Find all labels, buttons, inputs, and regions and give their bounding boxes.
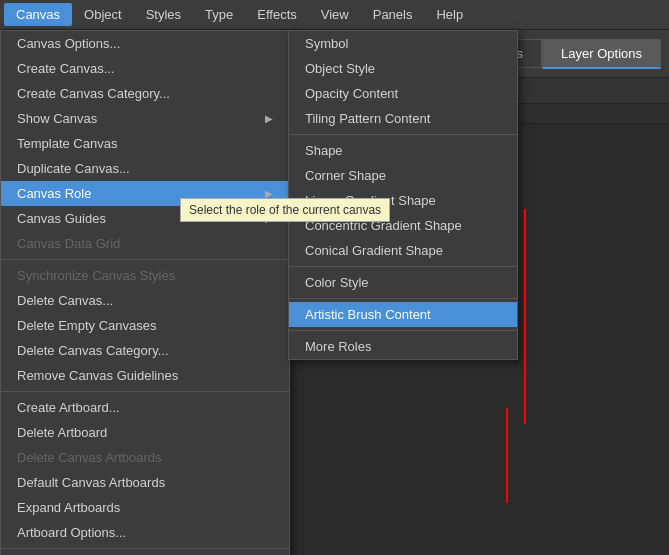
role-shape[interactable]: Shape (289, 138, 517, 163)
menu-item-create-canvas-category[interactable]: Create Canvas Category... (1, 81, 289, 106)
menu-item-delete-artboard[interactable]: Delete Artboard (1, 420, 289, 445)
separator-2 (1, 391, 289, 392)
menu-item-duplicate-canvas[interactable]: Duplicate Canvas... (1, 156, 289, 181)
menu-item-remove-canvas-guidelines[interactable]: Remove Canvas Guidelines (1, 363, 289, 388)
role-color-style[interactable]: Color Style (289, 270, 517, 295)
menu-item-expand-artboards[interactable]: Expand Artboards (1, 495, 289, 520)
menu-item-create-artboard[interactable]: Create Artboard... (1, 395, 289, 420)
menu-type[interactable]: Type (193, 3, 245, 26)
role-opacity-content[interactable]: Opacity Content (289, 81, 517, 106)
menu-item-default-canvas-artboards[interactable]: Default Canvas Artboards (1, 470, 289, 495)
menu-effects[interactable]: Effects (245, 3, 309, 26)
menu-item-show-canvas[interactable]: Show Canvas ▶ (1, 106, 289, 131)
menu-item-artboard-options[interactable]: Artboard Options... (1, 520, 289, 545)
menu-item-canvas-options[interactable]: Canvas Options... (1, 31, 289, 56)
menu-item-delete-empty-canvases[interactable]: Delete Empty Canvases (1, 313, 289, 338)
menu-object[interactable]: Object (72, 3, 134, 26)
role-symbol[interactable]: Symbol (289, 31, 517, 56)
menu-item-canvas-data-grid: Canvas Data Grid (1, 231, 289, 256)
show-canvas-arrow: ▶ (265, 113, 273, 124)
role-sep-2 (289, 266, 517, 267)
role-object-style[interactable]: Object Style (289, 56, 517, 81)
annotation-line-2 (506, 408, 508, 503)
menu-bar: Canvas Object Styles Type Effects View P… (0, 0, 669, 30)
menu-help[interactable]: Help (424, 3, 475, 26)
role-more-roles[interactable]: More Roles (289, 334, 517, 359)
separator-1 (1, 259, 289, 260)
role-tiling-pattern[interactable]: Tiling Pattern Content (289, 106, 517, 131)
menu-item-template-canvas[interactable]: Template Canvas (1, 131, 289, 156)
separator-3 (1, 548, 289, 549)
role-sep-4 (289, 330, 517, 331)
menu-item-delete-canvas-category[interactable]: Delete Canvas Category... (1, 338, 289, 363)
menu-view[interactable]: View (309, 3, 361, 26)
menu-item-delete-canvas-artboards: Delete Canvas Artboards (1, 445, 289, 470)
tab-layer-options[interactable]: Layer Options (542, 39, 661, 69)
menu-item-delete-canvas[interactable]: Delete Canvas... (1, 288, 289, 313)
menu-panels[interactable]: Panels (361, 3, 425, 26)
menu-canvas[interactable]: Canvas (4, 3, 72, 26)
role-corner-shape[interactable]: Corner Shape (289, 163, 517, 188)
role-artistic-brush[interactable]: Artistic Brush Content (289, 302, 517, 327)
role-sep-3 (289, 298, 517, 299)
menu-styles[interactable]: Styles (134, 3, 193, 26)
menu-item-sync-canvas: Synchronize Canvas Styles (1, 263, 289, 288)
annotation-line-1 (524, 209, 526, 424)
role-sep-1 (289, 134, 517, 135)
canvas-dropdown-menu: Canvas Options... Create Canvas... Creat… (0, 30, 290, 555)
menu-item-create-canvas[interactable]: Create Canvas... (1, 56, 289, 81)
canvas-role-submenu: Symbol Object Style Opacity Content Tili… (288, 30, 518, 360)
canvas-role-tooltip: Select the role of the current canvas (180, 198, 390, 222)
role-conical-gradient[interactable]: Conical Gradient Shape (289, 238, 517, 263)
